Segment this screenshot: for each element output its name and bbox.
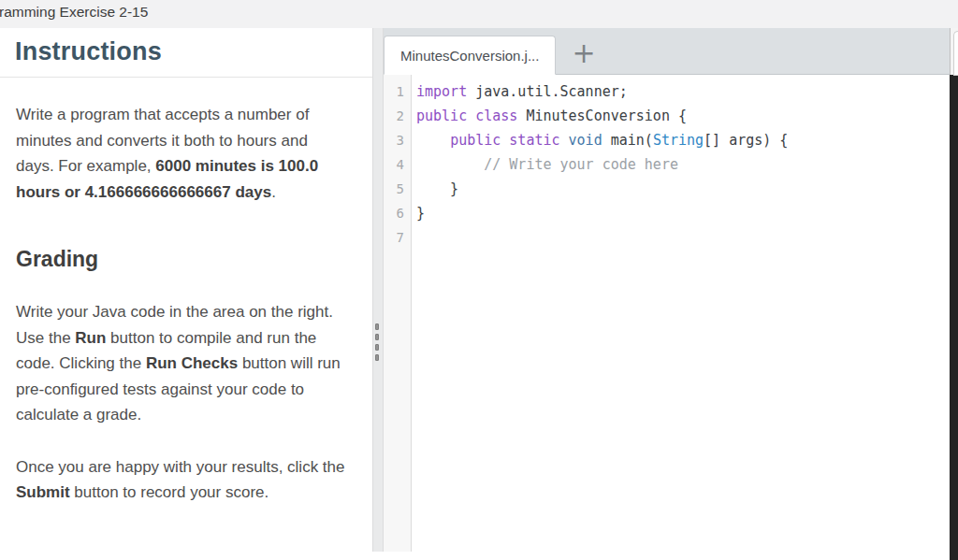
code-line <box>416 225 950 250</box>
tab-label: MinutesConversion.j... <box>400 48 539 64</box>
code-line: // Write your code here <box>416 152 950 177</box>
code-editor-pane: MinutesConversion.j... + 1234567 import … <box>384 28 950 560</box>
exercise-title: ramming Exercise 2-15 <box>0 4 148 21</box>
top-bar: ramming Exercise 2-15 <box>0 0 958 28</box>
tab-minutesconversion-java[interactable]: MinutesConversion.j... <box>384 36 556 75</box>
adjacent-pane-tabbar-edge <box>950 28 958 75</box>
instructions-title: Instructions <box>15 37 357 66</box>
editor-tab-bar: MinutesConversion.j... + <box>384 28 950 75</box>
grading-text: Write your Java code in the area on the … <box>16 299 348 506</box>
instructions-panel: Instructions Write a program that accept… <box>0 28 372 560</box>
new-tab-plus-icon[interactable]: + <box>572 44 595 63</box>
line-numbers: 1234567 <box>384 75 412 552</box>
instructions-body: Write a program that accepts a number of… <box>0 78 372 506</box>
editor-body: 1234567 import java.util.Scanner;public … <box>384 75 950 560</box>
code-line: import java.util.Scanner; <box>416 79 950 104</box>
adjacent-pane-edge <box>950 28 958 560</box>
line-number: 1 <box>384 79 411 104</box>
adjacent-dark-panel-edge <box>950 75 958 560</box>
line-number: 7 <box>384 225 411 250</box>
paragraph: Write a program that accepts a number of… <box>16 102 348 205</box>
line-number: 5 <box>384 177 411 201</box>
line-number: 6 <box>384 201 411 225</box>
divider-track <box>372 28 384 552</box>
grading-title: Grading <box>16 247 348 272</box>
adjacent-pane-partial-tab <box>953 31 958 76</box>
instructions-intro: Write a program that accepts a number of… <box>16 102 348 205</box>
paragraph: Once you are happy with your results, cl… <box>16 454 348 506</box>
divider-drag-handle-icon[interactable] <box>375 323 379 361</box>
line-number: 2 <box>384 104 411 128</box>
code-line: public class MinutesConversion { <box>416 104 950 128</box>
code-line: public static void main(String[] args) { <box>416 128 950 152</box>
code-editing-area[interactable]: import java.util.Scanner;public class Mi… <box>412 75 950 560</box>
paragraph: Write your Java code in the area on the … <box>16 299 348 428</box>
line-number: 4 <box>384 152 411 177</box>
code-line: } <box>416 177 950 201</box>
panel-resize-divider[interactable] <box>372 28 384 560</box>
main-layout: Instructions Write a program that accept… <box>0 28 958 560</box>
line-number-gutter: 1234567 <box>384 75 412 560</box>
instructions-header: Instructions <box>0 28 372 78</box>
code-line: } <box>416 201 950 225</box>
line-number: 3 <box>384 128 411 152</box>
